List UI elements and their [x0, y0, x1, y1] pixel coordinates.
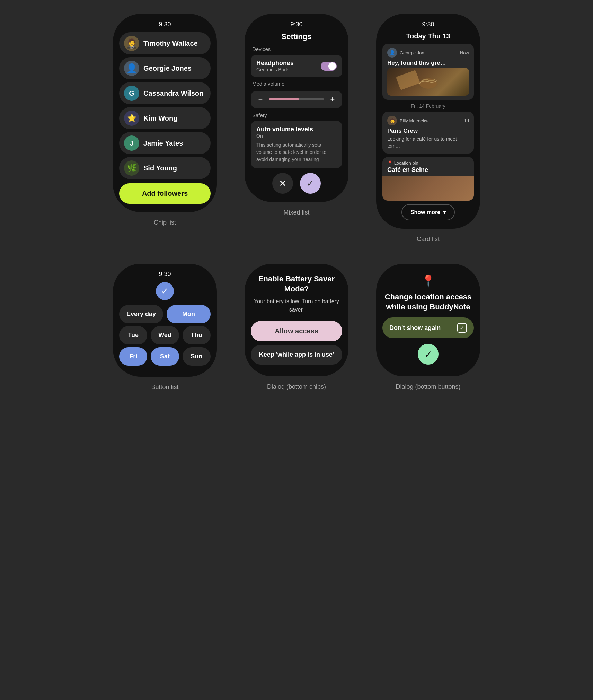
dialog-buttons-device: 📍 Change location access while using Bud…: [376, 264, 480, 391]
avatar-georgie: 👤: [124, 61, 139, 76]
volume-track: [269, 98, 324, 100]
card-billy[interactable]: 🧑 Billy Moenekw... 1d Paris Crew Looking…: [382, 112, 474, 154]
chip-name-cassandra: Cassandra Wilson: [143, 89, 203, 97]
day-row-1: Every day Mon: [119, 305, 211, 323]
volume-fill: [269, 98, 299, 100]
settings-title: Settings: [251, 32, 342, 41]
card-billy-top: 🧑 Billy Moenekw... 1d: [387, 116, 469, 125]
card-list-device: 9:30 Today Thu 13 👤 Georgie Jon... Now H…: [376, 14, 480, 243]
chip-item-georgie[interactable]: 👤 Georgie Jones: [119, 57, 211, 79]
day-btn-tue[interactable]: Tue: [119, 326, 147, 344]
location-icon-top: 📍: [421, 274, 435, 288]
card-avatar-georgie: 👤: [387, 48, 397, 58]
location-card[interactable]: 📍 Location pin Café en Seine: [382, 157, 474, 201]
date-separator: Fri, 14 February: [382, 103, 474, 109]
chip-name-kim: Kim Wong: [143, 114, 178, 122]
button-list-device: 9:30 ✓ Every day Mon Tue Wed Thu Fri Sat: [113, 264, 217, 391]
watch-button-list: 9:30 ✓ Every day Mon Tue Wed Thu Fri Sat: [113, 264, 217, 377]
dont-show-row[interactable]: Don't show again ✓: [382, 317, 474, 338]
day-btn-sun[interactable]: Sun: [183, 347, 211, 366]
chip-item-kim[interactable]: ⭐ Kim Wong: [119, 107, 211, 129]
chip-item-sid[interactable]: 🌿 Sid Young: [119, 157, 211, 179]
keep-while-in-use-button[interactable]: Keep 'while app is in use': [251, 345, 342, 365]
location-image: [382, 176, 474, 201]
confirm-circle-button[interactable]: ✓: [418, 344, 439, 365]
card-time-georgie: Now: [460, 50, 469, 55]
card-list-content: Today Thu 13 👤 Georgie Jon... Now Hey, f…: [382, 32, 474, 220]
card-sender-georgie: Georgie Jon...: [400, 50, 457, 55]
card-title-georgie: Hey, found this gre…: [387, 60, 469, 67]
cancel-button[interactable]: ✕: [272, 173, 293, 194]
dialog-chips-title: Enable Battery Saver Mode?: [251, 274, 342, 294]
chip-item-cassandra[interactable]: G Cassandra Wilson: [119, 82, 211, 104]
headphones-sub: Georgie's Buds: [256, 67, 294, 72]
today-header: Today Thu 13: [382, 32, 474, 40]
day-btn-wed[interactable]: Wed: [151, 326, 179, 344]
safety-section-header: Safety: [251, 112, 342, 118]
avatar-sid: 🌿: [124, 160, 139, 176]
avatar-jamie: J: [124, 135, 139, 151]
auto-volume-item: Auto volume levels On This setting autom…: [251, 121, 342, 168]
chip-item-timothy[interactable]: 🤵 Timothy Wallace: [119, 32, 211, 54]
headphones-item[interactable]: Headphones Georgie's Buds: [251, 55, 342, 77]
watch-dialog-chips: Enable Battery Saver Mode? Your battery …: [245, 264, 348, 376]
day-btn-fri[interactable]: Fri: [119, 347, 147, 366]
check-circle-top[interactable]: ✓: [156, 282, 174, 300]
dialog-chips-body: Your battery is low. Turn on battery sav…: [251, 297, 342, 314]
day-row-2: Tue Wed Thu: [119, 326, 211, 344]
avatar-kim: ⭐: [124, 111, 139, 126]
chip-name-timothy: Timothy Wallace: [143, 39, 198, 47]
button-list-label: Button list: [151, 384, 178, 391]
day-btn-thu[interactable]: Thu: [183, 326, 211, 344]
chip-name-sid: Sid Young: [143, 164, 177, 172]
watch-chip-list: 9:30 🤵 Timothy Wallace 👤 Georgie Jones G…: [113, 14, 217, 212]
add-followers-button[interactable]: Add followers: [119, 183, 211, 204]
toggle-knob: [328, 62, 336, 70]
avatar-cassandra: G: [124, 86, 139, 101]
card-list-time: 9:30: [422, 21, 434, 28]
show-more-button[interactable]: Show more ▾: [401, 204, 455, 220]
card-sender-billy: Billy Moenekw...: [400, 118, 461, 123]
dialog-chips-label: Dialog (bottom chips): [267, 383, 326, 391]
day-btn-sat[interactable]: Sat: [151, 347, 179, 366]
card-time-billy: 1d: [464, 118, 469, 123]
devices-section-header: Devices: [251, 46, 342, 52]
day-btn-everyday[interactable]: Every day: [119, 305, 163, 323]
dialog-chips-content: Enable Battery Saver Mode? Your battery …: [251, 271, 342, 368]
location-name: Café en Seine: [382, 166, 474, 176]
volume-decrease-button[interactable]: −: [256, 95, 265, 104]
chip-item-jamie[interactable]: J Jamie Yates: [119, 132, 211, 154]
headphones-title: Headphones: [256, 60, 294, 67]
volume-increase-button[interactable]: +: [328, 95, 337, 104]
action-row: ✕ ✓: [251, 173, 342, 194]
day-row-3: Fri Sat Sun: [119, 347, 211, 366]
location-pin-label: 📍 Location pin: [382, 157, 474, 166]
card-title-billy: Paris Crew: [387, 128, 469, 134]
auto-volume-status: On: [256, 133, 337, 139]
chevron-down-icon: ▾: [443, 209, 446, 216]
card-preview-billy: Looking for a café for us to meet tom…: [387, 136, 469, 149]
allow-access-button[interactable]: Allow access: [251, 321, 342, 341]
avatar-timothy: 🤵: [124, 36, 139, 51]
card-georgie-top: 👤 Georgie Jon... Now: [387, 48, 469, 58]
media-volume-header: Media volume: [251, 81, 342, 87]
confirm-button[interactable]: ✓: [300, 173, 321, 194]
watch-mixed-list: 9:30 Settings Devices Headphones Georgie…: [245, 14, 348, 202]
volume-row[interactable]: − +: [251, 91, 342, 108]
dont-show-label: Don't show again: [389, 324, 441, 332]
watch-card-list: 9:30 Today Thu 13 👤 Georgie Jon... Now H…: [376, 14, 480, 229]
headphones-toggle[interactable]: [321, 62, 337, 71]
mixed-list-device: 9:30 Settings Devices Headphones Georgie…: [245, 14, 348, 243]
button-list-content: ✓ Every day Mon Tue Wed Thu Fri Sat Sun: [119, 282, 211, 368]
dialog-location-title: Change location access while using Buddy…: [382, 292, 474, 312]
chip-list-container: 🤵 Timothy Wallace 👤 Georgie Jones G Cass…: [119, 32, 211, 204]
dialog-buttons-label: Dialog (bottom buttons): [396, 383, 460, 391]
day-btn-mon[interactable]: Mon: [167, 305, 211, 323]
show-more-label: Show more: [410, 209, 440, 216]
dont-show-checkbox[interactable]: ✓: [457, 323, 467, 333]
chip-list-time: 9:30: [159, 21, 171, 28]
dialog-location-content: 📍 Change location access while using Bud…: [382, 271, 474, 368]
headphones-info: Headphones Georgie's Buds: [256, 60, 294, 72]
card-georgie[interactable]: 👤 Georgie Jon... Now Hey, found this gre…: [382, 44, 474, 100]
mixed-list-label: Mixed list: [283, 209, 309, 216]
